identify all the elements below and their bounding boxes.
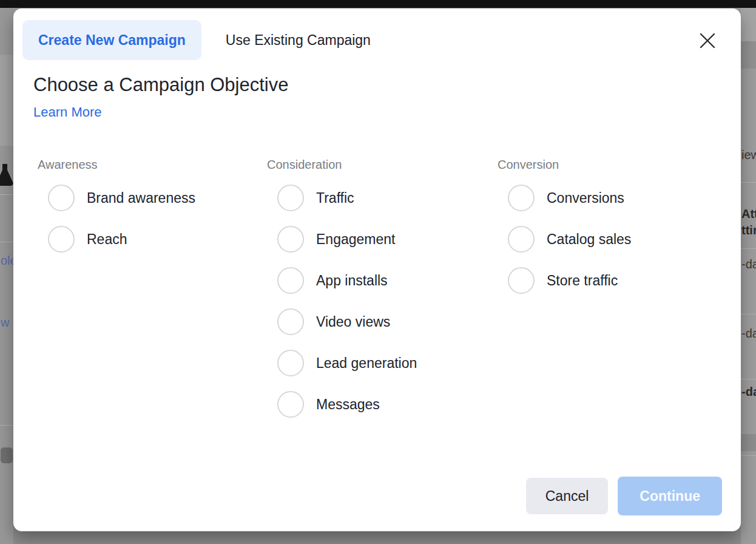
radio-icon[interactable] [277,308,304,335]
dimmed-divider [0,194,13,195]
dimmed-band [741,434,756,451]
tab-use-existing-campaign[interactable]: Use Existing Campaign [210,20,386,60]
dimmed-page-right-strip: iewAttttin-da-da-da [741,8,756,544]
close-button[interactable] [698,31,717,50]
dialog-footer: Cancel Continue [526,477,722,515]
radio-icon[interactable] [508,226,535,253]
dimmed-divider [0,242,13,242]
radio-icon[interactable] [277,267,304,294]
dimmed-text-fragment: iew [741,148,756,162]
dimmed-divider [741,248,756,249]
screen: olew iewAttttin-da-da-da Create New Camp… [0,0,756,544]
radio-icon[interactable] [277,391,304,418]
option-label: App installs [316,273,388,289]
dimmed-text-fragment: -da [741,385,756,398]
dimmed-divider [0,425,13,426]
dimmed-band [741,8,756,41]
radio-icon[interactable] [508,185,535,211]
option-label: Reach [87,231,127,248]
objective-option-app-installs[interactable]: App installs [267,260,491,301]
column-header: Conversion [498,157,722,173]
cancel-button[interactable]: Cancel [526,478,609,514]
objective-option-catalog-sales[interactable]: Catalog sales [498,219,722,260]
dimmed-text-fragment: Att [741,207,756,220]
objective-option-traffic[interactable]: Traffic [267,177,491,219]
option-label: Store traffic [547,273,618,289]
tab-bar: Create New Campaign Use Existing Campaig… [22,20,386,60]
dialog-title: Choose a Campaign Objective [33,73,288,97]
dimmed-divider [741,182,756,183]
dimmed-text-fragment: ole [1,254,13,267]
column-header: Awareness [38,157,262,173]
flask-icon [0,163,13,187]
radio-icon[interactable] [277,185,304,211]
objective-option-conversions[interactable]: Conversions [498,177,722,219]
option-label: Conversions [547,190,624,206]
dimmed-page-left-strip: olew [0,8,13,544]
objective-option-lead-generation[interactable]: Lead generation [267,342,491,384]
campaign-objective-dialog: Create New Campaign Use Existing Campaig… [13,8,741,531]
option-label: Video views [316,314,390,330]
tab-create-new-campaign[interactable]: Create New Campaign [22,20,201,60]
radio-icon[interactable] [277,350,304,376]
objective-option-brand-awareness[interactable]: Brand awareness [38,177,262,219]
learn-more-link[interactable]: Learn More [33,104,102,121]
option-label: Brand awareness [87,190,195,206]
radio-icon[interactable] [508,267,535,294]
option-label: Lead generation [316,355,417,372]
dimmed-scrollbar [1,447,13,463]
close-icon [700,33,715,49]
dimmed-text-fragment: w [1,316,13,329]
column-header: Consideration [267,157,491,173]
radio-icon[interactable] [48,185,75,211]
dimmed-text-fragment: -da [741,257,756,271]
dimmed-text-fragment: -da [741,327,756,340]
option-label: Catalog sales [547,231,631,248]
option-label: Engagement [316,231,395,248]
continue-button[interactable]: Continue [618,477,722,515]
browser-chrome-bar [0,0,756,8]
radio-icon[interactable] [277,226,304,253]
option-label: Messages [316,396,380,413]
dimmed-text-fragment: ttin [741,223,756,237]
dimmed-band [741,41,756,69]
objective-option-messages[interactable]: Messages [267,384,491,425]
dimmed-divider [741,379,756,379]
objective-option-engagement[interactable]: Engagement [267,219,491,260]
dimmed-band [0,55,13,146]
objective-option-reach[interactable]: Reach [38,219,262,260]
objective-column-awareness: AwarenessBrand awarenessReach [38,157,262,260]
objective-option-store-traffic[interactable]: Store traffic [498,260,722,301]
objective-column-conversion: ConversionConversionsCatalog salesStore … [498,157,722,301]
dimmed-divider [741,455,756,456]
objective-column-consideration: ConsiderationTrafficEngagementApp instal… [267,157,491,425]
objective-option-video-views[interactable]: Video views [267,301,491,342]
option-label: Traffic [316,190,354,206]
dimmed-divider [741,314,756,314]
radio-icon[interactable] [48,226,75,253]
